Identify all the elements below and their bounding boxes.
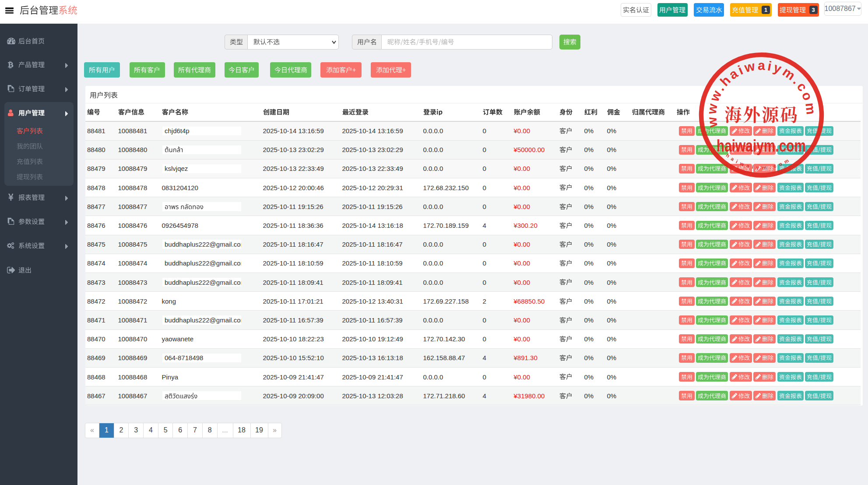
svg-text:haiwaiym.com: haiwaiym.com: [717, 137, 806, 155]
